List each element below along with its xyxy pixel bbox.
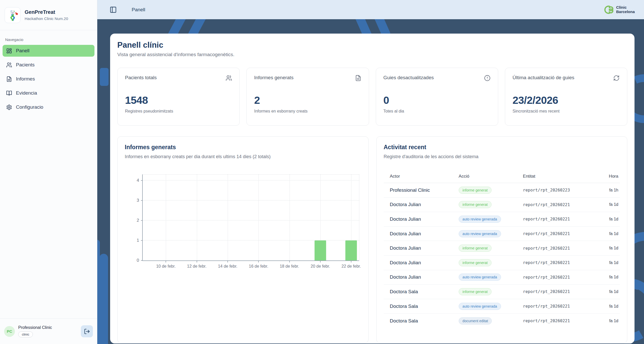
stat-label: Pacients totals: [125, 75, 157, 80]
sidebar-item-configuracio[interactable]: Configuracio: [3, 101, 94, 113]
stat-card: Informes generats2Informes en esborrany …: [246, 68, 369, 126]
sidebar-user-panel: PC Professional Clinic clinic: [0, 318, 97, 344]
y-tick-mark: [141, 180, 143, 181]
logout-button[interactable]: [81, 325, 93, 337]
x-tick-mark: [351, 260, 351, 262]
topbar: Panell Clínic Barcelona: [97, 0, 644, 19]
activity-actor: Doctora Julian: [390, 274, 459, 280]
activity-action-cell: auto review generada: [459, 303, 523, 310]
activity-table-header: Actor Acció Entitat Hora: [384, 170, 620, 183]
stat-subtext: Informes en esborrany creats: [254, 109, 361, 114]
x-gridline: [258, 175, 259, 260]
stat-subtext: Totes al dia: [383, 109, 491, 114]
chart-bar: [315, 240, 326, 260]
activity-entity: report/rpt_20260221: [523, 318, 587, 323]
y-gridline: [143, 180, 359, 180]
y-tick-mark: [141, 220, 143, 221]
y-tick-label: 3: [137, 198, 139, 203]
sidebar-item-evidencia[interactable]: Evidencia: [3, 87, 94, 99]
bar-chart: 0123410 de febr.12 de febr.14 de febr.16…: [132, 174, 360, 261]
activity-row: Doctora Julianauto review generadareport…: [384, 212, 620, 227]
x-tick-mark: [258, 260, 259, 262]
breadcrumb: Panell: [132, 7, 145, 13]
activity-actor: Doctora Sala: [390, 303, 459, 309]
sidebar-item-panell[interactable]: Panell: [3, 45, 94, 57]
book-open-icon: [6, 90, 12, 96]
activity-action-cell: informe generat: [459, 245, 523, 252]
y-gridline: [143, 220, 359, 220]
activity-row: Professional Clinicinforme generatreport…: [384, 183, 620, 198]
chart-bar: [345, 240, 357, 260]
x-tick-label: 18 de febr.: [280, 264, 299, 269]
reports-chart-panel: Informes generats Informes en esborrany …: [117, 136, 369, 343]
stat-value: 2: [254, 94, 361, 106]
y-tick-mark: [141, 200, 143, 201]
x-gridline: [197, 175, 197, 260]
activity-row: Doctora Salainforme generatreport/rpt_20…: [384, 285, 620, 299]
dashboard-card: Panell clínic Vista general assistencial…: [110, 34, 635, 343]
activity-time: fa 1d: [587, 231, 619, 236]
sidebar-item-informes[interactable]: Informes: [3, 73, 94, 85]
y-gridline: [143, 240, 359, 240]
x-tick-label: 10 de febr.: [156, 264, 176, 269]
activity-time: fa 1h: [587, 188, 619, 193]
stat-subtext: Sincronització mes recent: [513, 109, 620, 114]
brand-name: GenPreTreat: [25, 9, 68, 15]
sidebar-item-label: Panell: [16, 48, 30, 54]
x-gridline: [359, 175, 359, 260]
stats-row: Pacients totals1548Registres pseudonimit…: [117, 68, 627, 126]
clinic-barcelona-mark-icon: [603, 4, 614, 15]
sidebar-item-label: Informes: [16, 76, 35, 82]
action-badge: informe generat: [459, 245, 492, 252]
activity-time: fa 1d: [587, 304, 619, 309]
activity-actor: Doctora Sala: [390, 318, 459, 324]
user-role-badge: clinic: [18, 331, 33, 337]
chart-panel-subtitle: Informes en esborrany creats per dia dur…: [125, 154, 361, 159]
user-name: Professional Clinic: [18, 325, 52, 330]
activity-time: fa 1d: [587, 202, 619, 207]
activity-row: Doctora Julianinforme generatreport/rpt_…: [384, 241, 620, 256]
activity-entity: report/rpt_20260221: [523, 202, 587, 207]
stat-value: 1548: [125, 94, 232, 106]
nav-section-label: Navegacio: [0, 30, 97, 45]
activity-table: Actor Acció Entitat Hora Professional Cl…: [384, 170, 620, 328]
action-badge: auto review generada: [459, 303, 501, 310]
x-tick-mark: [289, 260, 290, 262]
refresh-icon: [613, 75, 620, 81]
stat-label: Última actualització de guies: [513, 75, 574, 80]
stat-value: 23/2/2026: [513, 94, 620, 106]
activity-row: Doctora Saladocument editatreport/rpt_20…: [384, 313, 620, 328]
activity-actor: Professional Clinic: [390, 187, 459, 193]
activity-actor: Doctora Julian: [390, 202, 459, 207]
x-tick-mark: [320, 260, 321, 262]
sidebar-item-label: Evidencia: [16, 90, 37, 96]
column-header-actor: Actor: [390, 174, 459, 179]
column-header-hora: Hora: [587, 174, 619, 179]
file-text-icon: [355, 75, 361, 81]
activity-time: fa 1d: [587, 319, 619, 323]
activity-action-cell: auto review generada: [459, 230, 523, 237]
activity-action-cell: informe generat: [459, 187, 523, 194]
activity-time: fa 1d: [587, 275, 619, 279]
sidebar: GenPreTreat Hackathon Clinic Num.20 Nave…: [0, 0, 97, 344]
activity-action-cell: auto review generada: [459, 216, 523, 223]
activity-entity: report/rpt_20260223: [523, 188, 587, 193]
activity-entity: report/rpt_20260221: [523, 275, 587, 280]
stat-icon-wrap: [484, 75, 491, 82]
sidebar-toggle-button[interactable]: [109, 6, 117, 14]
activity-time: fa 1d: [587, 260, 619, 265]
activity-entity: report/rpt_20260221: [523, 260, 587, 265]
decor-stripe: [97, 240, 100, 344]
logout-icon: [84, 328, 90, 335]
gear-icon: [6, 104, 12, 110]
activity-entity: report/rpt_20260221: [523, 289, 587, 294]
y-tick-label: 1: [137, 238, 139, 243]
x-tick-label: 22 de febr.: [342, 264, 361, 269]
activity-action-cell: document editat: [459, 317, 523, 325]
y-tick-label: 2: [137, 218, 139, 223]
sidebar-item-pacients[interactable]: Pacients: [3, 59, 94, 71]
action-badge: informe generat: [459, 187, 492, 194]
y-tick-label: 0: [137, 258, 139, 263]
activity-entity: report/rpt_20260221: [523, 231, 587, 236]
recent-activity-panel: Activitat recent Registre d'auditoria de…: [376, 136, 628, 343]
